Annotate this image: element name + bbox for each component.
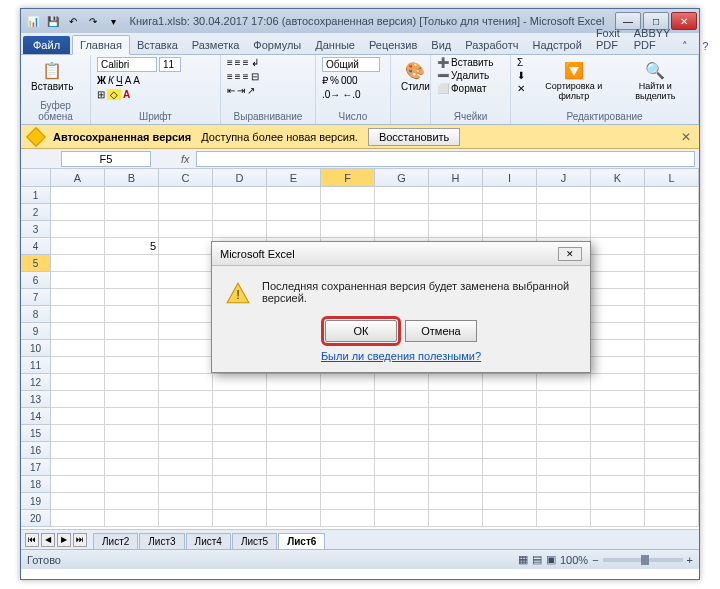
column-header[interactable]: J xyxy=(537,169,591,186)
cell[interactable] xyxy=(267,187,321,204)
tab-foxit[interactable]: Foxit PDF xyxy=(589,24,627,54)
sheet-nav-prev-icon[interactable]: ◀ xyxy=(41,533,55,547)
cell[interactable] xyxy=(51,323,105,340)
cell[interactable] xyxy=(375,187,429,204)
cell[interactable] xyxy=(483,459,537,476)
cell[interactable] xyxy=(159,391,213,408)
cell[interactable] xyxy=(429,374,483,391)
cell[interactable] xyxy=(321,408,375,425)
column-header[interactable]: B xyxy=(105,169,159,186)
qat-dropdown-icon[interactable]: ▾ xyxy=(105,13,121,29)
cell[interactable] xyxy=(483,493,537,510)
infobar-close-icon[interactable]: ✕ xyxy=(681,130,691,144)
cell[interactable] xyxy=(159,493,213,510)
currency-icon[interactable]: ₽ xyxy=(322,75,328,86)
cell[interactable] xyxy=(645,357,699,374)
tab-developer[interactable]: Разработч xyxy=(458,36,525,54)
row-header[interactable]: 4 xyxy=(21,238,51,255)
cell[interactable] xyxy=(591,272,645,289)
cell[interactable] xyxy=(159,272,213,289)
cell[interactable] xyxy=(591,187,645,204)
cell[interactable] xyxy=(105,221,159,238)
increase-decimal-icon[interactable]: .0→ xyxy=(322,89,340,100)
cell[interactable] xyxy=(645,187,699,204)
cell[interactable] xyxy=(591,374,645,391)
cell[interactable] xyxy=(51,510,105,527)
cell[interactable] xyxy=(645,510,699,527)
cell[interactable] xyxy=(483,374,537,391)
cell[interactable] xyxy=(483,204,537,221)
save-icon[interactable]: 💾 xyxy=(45,13,61,29)
row-header[interactable]: 19 xyxy=(21,493,51,510)
formula-bar[interactable] xyxy=(196,151,695,167)
row-header[interactable]: 18 xyxy=(21,476,51,493)
styles-button[interactable]: 🎨 Стили xyxy=(397,57,434,94)
cell[interactable] xyxy=(537,442,591,459)
cell[interactable] xyxy=(645,391,699,408)
cell[interactable] xyxy=(213,408,267,425)
cell[interactable] xyxy=(105,442,159,459)
row-header[interactable]: 3 xyxy=(21,221,51,238)
cell[interactable] xyxy=(375,374,429,391)
column-header[interactable]: G xyxy=(375,169,429,186)
cell[interactable] xyxy=(213,510,267,527)
cell[interactable] xyxy=(537,221,591,238)
cell[interactable] xyxy=(213,459,267,476)
cell[interactable] xyxy=(51,391,105,408)
cell[interactable] xyxy=(645,323,699,340)
italic-icon[interactable]: К xyxy=(108,75,114,86)
cell[interactable] xyxy=(213,493,267,510)
zoom-out-icon[interactable]: − xyxy=(592,554,598,566)
cell[interactable] xyxy=(267,221,321,238)
cell[interactable] xyxy=(105,510,159,527)
column-header[interactable]: F xyxy=(321,169,375,186)
dialog-feedback-link[interactable]: Были ли сведения полезными? xyxy=(321,350,481,362)
cell[interactable] xyxy=(159,459,213,476)
cell[interactable] xyxy=(321,459,375,476)
row-header[interactable]: 16 xyxy=(21,442,51,459)
cell[interactable] xyxy=(591,408,645,425)
row-header[interactable]: 20 xyxy=(21,510,51,527)
cell[interactable] xyxy=(159,374,213,391)
sheet-tab[interactable]: Лист2 xyxy=(93,533,138,549)
cell[interactable] xyxy=(105,204,159,221)
view-break-icon[interactable]: ▣ xyxy=(546,553,556,566)
cell[interactable] xyxy=(51,442,105,459)
cell[interactable] xyxy=(321,493,375,510)
select-all-corner[interactable] xyxy=(21,169,51,186)
cell[interactable] xyxy=(429,391,483,408)
cell[interactable] xyxy=(645,493,699,510)
cell[interactable] xyxy=(213,442,267,459)
cell[interactable] xyxy=(105,340,159,357)
cell[interactable] xyxy=(375,510,429,527)
column-header[interactable]: E xyxy=(267,169,321,186)
cell[interactable] xyxy=(645,459,699,476)
column-header[interactable]: K xyxy=(591,169,645,186)
font-shrink-icon[interactable]: A xyxy=(133,75,140,86)
cell[interactable] xyxy=(483,187,537,204)
cell[interactable] xyxy=(591,306,645,323)
row-header[interactable]: 7 xyxy=(21,289,51,306)
cell[interactable] xyxy=(591,459,645,476)
find-select-button[interactable]: 🔍 Найти и выделить xyxy=(619,57,692,103)
cell[interactable]: 5 xyxy=(105,238,159,255)
cell[interactable] xyxy=(429,510,483,527)
autosum-icon[interactable]: Σ xyxy=(517,57,525,68)
cell[interactable] xyxy=(105,357,159,374)
cell[interactable] xyxy=(591,238,645,255)
tab-addins[interactable]: Надстрой xyxy=(525,36,588,54)
zoom-level[interactable]: 100% xyxy=(560,554,588,566)
cell[interactable] xyxy=(429,408,483,425)
tab-abbyy[interactable]: ABBYY PDF xyxy=(627,24,678,54)
cell[interactable] xyxy=(159,187,213,204)
decrease-decimal-icon[interactable]: ←.0 xyxy=(342,89,360,100)
cell[interactable] xyxy=(159,357,213,374)
cell[interactable] xyxy=(159,238,213,255)
sheet-tab[interactable]: Лист5 xyxy=(232,533,277,549)
cell[interactable] xyxy=(429,459,483,476)
dialog-cancel-button[interactable]: Отмена xyxy=(405,320,477,342)
cell[interactable] xyxy=(429,442,483,459)
cell[interactable] xyxy=(213,391,267,408)
cell[interactable] xyxy=(213,425,267,442)
align-top-icon[interactable]: ≡ xyxy=(227,57,233,68)
